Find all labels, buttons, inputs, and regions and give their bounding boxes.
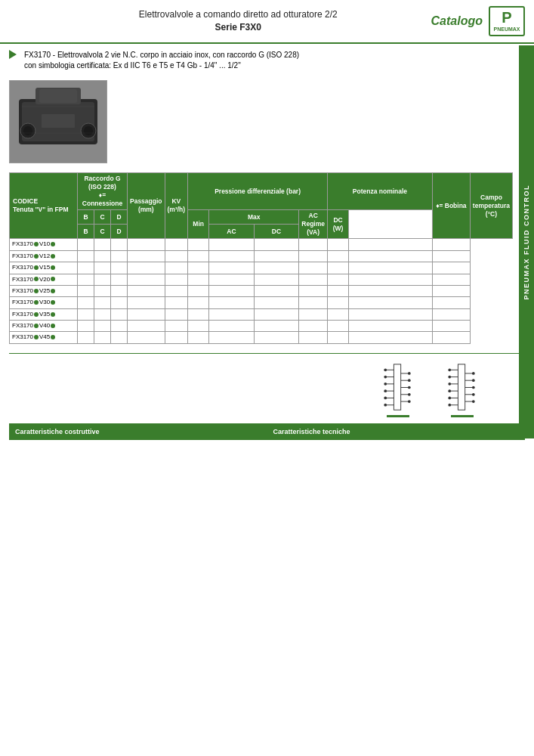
row-cell-c [94, 321, 111, 332]
row-cell-dc [328, 250, 349, 262]
row-cell-d [111, 308, 128, 320]
logo-p-letter: P [502, 9, 511, 26]
row-cell-d [111, 321, 128, 332]
row-code: FX3170V40 [10, 321, 78, 332]
svg-point-50 [448, 396, 451, 399]
row-cell-temp [432, 321, 470, 332]
desc-line2: con simbologia certificata: Ex d IIC T6 … [24, 60, 299, 71]
table-row: FX3170V45 [10, 332, 513, 343]
row-cell-kv [165, 321, 188, 332]
row-code: FX3170V25 [10, 285, 78, 296]
th-passaggio: Passaggio(mm) [128, 173, 165, 239]
th-d: D [111, 210, 128, 225]
row-cell-pass [128, 321, 165, 332]
row-bobina [349, 285, 433, 296]
row-cell-ac [299, 274, 328, 285]
row-cell-temp [432, 274, 470, 285]
row-cell-ac [299, 332, 328, 343]
svg-point-56 [472, 400, 475, 403]
row-cell-min [188, 250, 209, 262]
th-campo: Campotemperatura(°C) [470, 173, 512, 239]
row-bobina [349, 308, 433, 320]
svg-point-5 [23, 126, 32, 135]
svg-point-28 [384, 404, 387, 407]
th-c2: C [94, 225, 111, 239]
row-cell-c [94, 250, 111, 262]
svg-rect-8 [42, 114, 75, 128]
row-bobina [349, 239, 433, 250]
row-code: FX3170V10 [10, 239, 78, 250]
row-cell-ac [299, 308, 328, 320]
product-description-section: FX3170 - Elettrovalvola 2 vie N.C. corpo… [0, 44, 534, 74]
row-cell-max_ac [209, 297, 255, 308]
row-bobina [349, 274, 433, 285]
row-cell-dc [328, 297, 349, 308]
logo-pneumax-text: PNEUMAX [493, 26, 520, 33]
svg-point-48 [448, 383, 451, 386]
row-code: FX3170V30 [10, 297, 78, 308]
row-code: FX3170V20 [10, 274, 78, 285]
row-code: FX3170V35 [10, 308, 78, 320]
row-bobina [349, 297, 433, 308]
row-cell-max_ac [209, 250, 255, 262]
svg-rect-3 [39, 89, 77, 103]
row-cell-dc [328, 239, 349, 250]
svg-point-26 [384, 389, 387, 392]
row-cell-dc [328, 262, 349, 274]
row-cell-d [111, 262, 128, 274]
table-row: FX3170V35 [10, 308, 513, 320]
row-cell-min [188, 239, 209, 250]
row-cell-kv [165, 262, 188, 274]
row-cell-min [188, 297, 209, 308]
row-cell-max_ac [209, 321, 255, 332]
row-bobina [349, 321, 433, 332]
diagram-2-svg [441, 363, 483, 412]
row-cell-kv [165, 239, 188, 250]
row-cell-d [111, 274, 128, 285]
row-cell-max_dc [254, 250, 299, 262]
row-cell-max_dc [254, 332, 299, 343]
svg-point-31 [408, 386, 411, 389]
row-cell-pass [128, 250, 165, 262]
header-title: Elettrovalvole a comando diretto ad ottu… [45, 8, 431, 34]
row-cell-pass [128, 274, 165, 285]
row-cell-dc [328, 321, 349, 332]
row-cell-temp [432, 297, 470, 308]
row-cell-min [188, 308, 209, 320]
th-b: B [78, 210, 94, 225]
th-dc: DC(W) [328, 210, 349, 239]
row-cell-ac [299, 262, 328, 274]
row-cell-c [94, 308, 111, 320]
diagram-2-line [451, 415, 474, 417]
row-cell-max_dc [254, 297, 299, 308]
row-cell-pass [128, 285, 165, 296]
row-cell-d [111, 285, 128, 296]
row-cell-temp [432, 250, 470, 262]
row-cell-c [94, 262, 111, 274]
separator-line [9, 353, 525, 354]
svg-point-53 [472, 379, 475, 382]
description-text: FX3170 - Elettrovalvola 2 vie N.C. corpo… [24, 50, 299, 71]
row-cell-max_dc [254, 239, 299, 250]
row-code: FX3170V15 [10, 262, 78, 274]
row-cell-temp [432, 308, 470, 320]
svg-point-29 [408, 372, 411, 375]
row-cell-max_ac [209, 274, 255, 285]
valve-svg [13, 84, 103, 160]
row-cell-c [94, 285, 111, 296]
row-cell-max_dc [254, 285, 299, 296]
row-cell-ac [299, 285, 328, 296]
row-cell-max_ac [209, 285, 255, 296]
row-cell-c [94, 297, 111, 308]
bottom-bar: Caratteristiche costruttive Caratteristi… [9, 423, 525, 440]
row-cell-max_dc [254, 321, 299, 332]
product-image-area [0, 74, 534, 169]
svg-point-27 [384, 396, 387, 399]
row-cell-max_ac [209, 308, 255, 320]
svg-point-51 [448, 404, 451, 407]
th-pressione: Pressione differenziale (bar) [188, 173, 328, 210]
row-cell-pass [128, 297, 165, 308]
row-bobina [349, 250, 433, 262]
row-cell-dc [328, 274, 349, 285]
table-row: FX3170V25 [10, 285, 513, 296]
